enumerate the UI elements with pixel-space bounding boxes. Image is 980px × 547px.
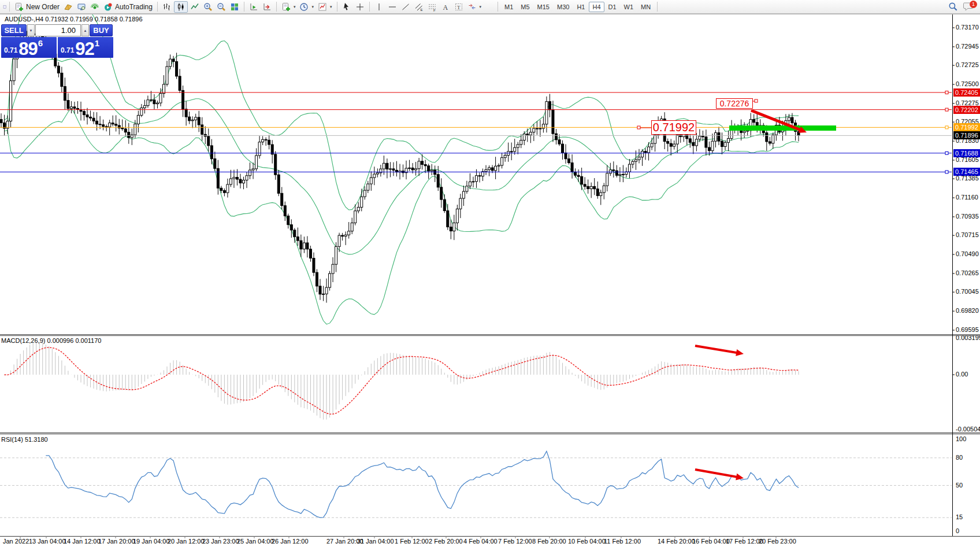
chart-shift-button[interactable] (261, 1, 273, 13)
candlestick-mode-button[interactable] (174, 1, 188, 13)
candle (367, 184, 369, 190)
time-tick-label: 19 Jan 04:00 (133, 538, 170, 545)
timeframe-w1[interactable]: W1 (621, 2, 637, 12)
templates-button[interactable]: ▾ (280, 1, 298, 13)
candle (689, 139, 691, 142)
candle (329, 274, 331, 287)
zoom-in-button[interactable] (202, 1, 214, 13)
indicators-button[interactable]: ▾ (316, 1, 334, 13)
timeframe-m15[interactable]: M15 (534, 2, 553, 12)
vline-tool-button[interactable] (373, 1, 385, 13)
strategy-signal-button[interactable] (88, 1, 101, 13)
candle (574, 172, 577, 175)
candle (198, 117, 200, 125)
price-annotation-box[interactable]: 0.71992 (651, 120, 696, 135)
tile-windows-button[interactable] (228, 1, 241, 13)
time-tick-label: 17 Jan 20:00 (98, 538, 135, 545)
period-button[interactable]: ▾ (298, 1, 315, 13)
timeframe-m5[interactable]: M5 (517, 2, 533, 12)
annotation-anchor-marker (755, 99, 758, 102)
candle (363, 190, 366, 197)
bar-chart-mode-button[interactable] (161, 1, 173, 13)
time-tick-label: 17 Feb 12:00 (726, 538, 763, 545)
fibonacci-tool-button[interactable]: F (426, 1, 439, 13)
trendline-tool-button[interactable] (399, 1, 412, 13)
time-tick-label: 23 Jan 23:00 (202, 538, 239, 545)
main-pane (0, 0, 952, 324)
candle (501, 158, 503, 165)
text-tool-button[interactable]: A (439, 1, 452, 13)
toolbar-separator (244, 2, 244, 12)
data-window-button[interactable] (75, 1, 88, 13)
hline-tool-button[interactable] (386, 1, 399, 13)
zoom-in-icon (203, 2, 213, 12)
timeframe-h4[interactable]: H4 (589, 2, 604, 12)
timeframe-h1[interactable]: H1 (573, 2, 588, 12)
candle (246, 176, 248, 180)
auto-scroll-button[interactable] (247, 1, 260, 13)
volume-decrease-button[interactable]: ▼ (27, 24, 35, 36)
line-chart-icon (190, 2, 199, 12)
cursor-tool-button[interactable] (340, 1, 353, 13)
candle (701, 136, 704, 136)
candle (565, 153, 567, 158)
candle (115, 124, 117, 125)
candle (284, 206, 286, 216)
candle (303, 243, 305, 249)
channel-tool-button[interactable]: E (413, 1, 425, 13)
annotation-anchor-marker (637, 126, 640, 129)
candle (533, 128, 535, 132)
text-label-tool-button[interactable]: T (452, 1, 465, 13)
timeframe-d1[interactable]: D1 (605, 2, 620, 12)
timeframe-m30[interactable]: M30 (554, 2, 573, 12)
notifications-button[interactable]: 1 (963, 1, 976, 13)
search-button[interactable] (946, 1, 960, 13)
sell-button[interactable]: SELL (1, 24, 27, 36)
candle (680, 135, 682, 136)
candle (249, 170, 251, 176)
autotrading-button[interactable]: AutoTrading (102, 1, 154, 13)
candle (109, 123, 111, 127)
candle (361, 197, 363, 207)
candle (121, 128, 124, 128)
candle (210, 146, 213, 159)
dropdown-arrow-icon: ▾ (480, 5, 482, 9)
macd-axis-label: -0.005049 (956, 426, 980, 433)
dropdown-arrow-icon: ▾ (294, 5, 296, 9)
volume-input[interactable]: 1.00 (35, 24, 81, 36)
bollinger-band-line (5, 59, 799, 254)
shapes-tool-button[interactable]: ▾ (466, 1, 484, 13)
candle (504, 156, 506, 158)
sell-price-display[interactable]: 0.71 89 6 (1, 37, 57, 58)
crosshair-tool-button[interactable] (354, 1, 366, 13)
macd-axis-label: 0.00 (956, 371, 968, 378)
price-annotation-box[interactable]: 0.72276 (716, 98, 753, 109)
arrows-shapes-icon (467, 2, 477, 12)
bollinger-band-line (5, 108, 799, 324)
chart-title: AUDUSD-,H4 0.71932 0.71959 0.71858 0.718… (5, 16, 143, 23)
candle (338, 235, 340, 246)
line-anchor-marker (945, 126, 948, 129)
candle (143, 106, 146, 108)
timeframe-m1[interactable]: M1 (501, 2, 517, 12)
candle (453, 223, 455, 231)
timeframe-mn[interactable]: MN (637, 2, 654, 12)
text-label-icon: T (454, 2, 463, 12)
new-order-button[interactable]: New Order (13, 1, 61, 13)
trendline-icon (401, 2, 410, 12)
time-tick-label: 31 Jan 04:00 (357, 538, 394, 545)
candlestick-icon (176, 2, 185, 12)
candle (440, 187, 443, 199)
buy-button[interactable]: BUY (90, 24, 113, 36)
market-watch-button[interactable] (62, 1, 75, 13)
line-chart-mode-button[interactable] (188, 1, 201, 13)
time-tick-label: Jan 2022 (3, 538, 29, 545)
chart-canvas[interactable] (0, 0, 980, 547)
candle (469, 182, 471, 186)
candle (169, 59, 172, 66)
rsi-axis-label: 0 (956, 527, 959, 534)
level-price-badge: 0.71688 (953, 149, 980, 157)
buy-price-display[interactable]: 0.71 92 1 (58, 37, 113, 58)
volume-increase-button[interactable]: ▲ (81, 24, 89, 36)
zoom-out-button[interactable] (215, 1, 228, 13)
